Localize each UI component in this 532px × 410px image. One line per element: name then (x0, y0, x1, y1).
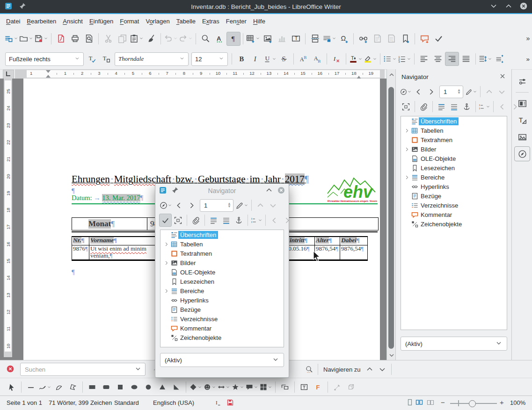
insert-textbox-button[interactable]: T (289, 32, 303, 46)
search-combo[interactable] (20, 363, 146, 376)
table-data-cell[interactable]: Ut wisi enim ad minim veniam,¶ (89, 245, 164, 260)
symbol-shapes-button[interactable] (203, 380, 217, 394)
italic-button[interactable]: I (248, 52, 262, 66)
floating-navigator-dialog[interactable]: Navigator 1▲▼ II ÜberschriftenTabellenTe… (155, 183, 289, 378)
insert-footnote-button[interactable]: 1 (370, 32, 384, 46)
spelling-button[interactable]: A (212, 32, 226, 46)
float-navigator-tree-item-verzeichnisse[interactable]: Verzeichnisse (160, 314, 284, 324)
dropdown-arrow-icon[interactable] (211, 384, 216, 391)
paragraph-spacing-button[interactable] (493, 52, 507, 66)
subscript-button[interactable]: AB (310, 52, 324, 66)
menu-hilfe[interactable]: Hilfe (250, 15, 269, 27)
table-header-cell[interactable]: Alter¶ (315, 237, 340, 245)
titlebar[interactable]: Inventar.odb : Bericht_Jub_beides - Libr… (0, 0, 532, 13)
align-left-button[interactable] (417, 52, 431, 66)
dropdown-arrow-icon[interactable] (407, 88, 412, 95)
dock-navigator-tree-item-hyperlinks[interactable]: Hyperlinks (401, 182, 507, 191)
square-button[interactable] (113, 380, 127, 394)
align-center-button[interactable] (431, 52, 445, 66)
table-header-cell[interactable]: Nr.¶ (72, 237, 89, 245)
dock-navigator-heading-levels-button[interactable]: II (478, 100, 491, 113)
book-view-button[interactable] (427, 399, 434, 408)
circle-button[interactable] (141, 380, 155, 394)
float-navigator-demote-chapter-button[interactable] (281, 214, 293, 227)
float-navigator-tree-item-hyperlinks[interactable]: Hyperlinks (160, 295, 284, 305)
dock-active-document-combo[interactable]: (Aktiv) (401, 337, 507, 351)
sidebar-tab-navigator[interactable] (514, 146, 530, 161)
insert-line-button[interactable] (24, 380, 38, 394)
float-navigator-tree-item-berschriften[interactable]: Überschriften (160, 230, 284, 239)
dropdown-arrow-icon[interactable] (358, 56, 363, 63)
insert-mode-icon[interactable]: I (214, 399, 222, 408)
insert-hyperlink-button[interactable] (356, 32, 370, 46)
menu-bearbeiten[interactable]: Bearbeiten (23, 15, 59, 27)
rectangle-button[interactable] (85, 380, 99, 394)
dropdown-arrow-icon[interactable] (392, 56, 397, 63)
star-shapes-button[interactable] (231, 380, 245, 394)
dock-navigator-move-down-button[interactable] (496, 85, 508, 98)
dock-navigator-tree-item-tabellen[interactable]: Tabellen (401, 126, 507, 135)
dropdown-arrow-icon[interactable] (268, 384, 272, 391)
float-navigator-content-view-toggle-button[interactable] (159, 214, 172, 227)
table-data-cell[interactable]: 9876,54¶ (315, 245, 340, 260)
dialog-close-icon[interactable] (277, 187, 285, 195)
line-spacing-button[interactable] (478, 52, 493, 66)
insert-bookmark-button[interactable] (398, 32, 412, 46)
insert-frame-button[interactable] (278, 380, 292, 394)
datum-line[interactable]: Datum: → 13. Mar. 2017¶ (72, 194, 143, 202)
sidebar-tab-gallery[interactable] (514, 129, 530, 144)
polygon-button[interactable] (66, 380, 80, 394)
freeform-line-button[interactable] (38, 380, 52, 394)
float-navigator-tree-item-bereiche[interactable]: Bereiche (160, 286, 284, 295)
float-navigator-toggle-master-view-button[interactable] (172, 214, 184, 227)
float-navigator-tree-item-textrahmen[interactable]: Textrahmen (160, 249, 284, 258)
dock-navigator-anchor-text-toggle-button[interactable] (460, 100, 473, 113)
float-navigator-footer-toggle-button[interactable] (220, 214, 233, 227)
dropdown-arrow-icon[interactable] (29, 35, 33, 42)
dock-navigator-next-entry-button[interactable] (425, 85, 437, 98)
new-style-button[interactable]: T (99, 52, 113, 66)
menu-ansicht[interactable]: Ansicht (59, 15, 86, 27)
insert-comment-button[interactable] (417, 32, 431, 46)
fontwork-button[interactable]: F (311, 380, 325, 394)
sidebar-tab-styles[interactable]: T (514, 113, 530, 128)
insert-endnote-button[interactable]: i (384, 32, 398, 46)
formatting-overflow-button[interactable]: » (522, 52, 532, 66)
dock-navigator-tree-item-verzeichnisse[interactable]: Verzeichnisse (401, 201, 507, 210)
dock-navigator-tree-item-bilder[interactable]: Bilder (401, 144, 507, 154)
menu-vorlagen[interactable]: Vorlagen (142, 15, 173, 27)
dock-navigator-toggle-master-view-button[interactable] (400, 100, 412, 113)
callout-shapes-button[interactable] (245, 380, 259, 394)
float-navigator-tree-item-tabellen[interactable]: Tabellen (160, 239, 284, 249)
flowchart-shapes-button[interactable] (259, 380, 273, 394)
first-line-indent-marker[interactable] (46, 70, 51, 79)
search-input[interactable] (24, 366, 119, 374)
zoom-in-button[interactable]: + (500, 398, 504, 406)
insert-textbox-draw-button[interactable] (297, 380, 311, 394)
clone-formatting-button[interactable] (144, 32, 158, 46)
dock-navigator-promote-chapter-button[interactable] (496, 100, 509, 113)
dropdown-arrow-icon[interactable] (197, 384, 202, 391)
menu-tabelle[interactable]: Tabelle (173, 15, 199, 27)
expander-icon[interactable] (403, 128, 410, 133)
float-navigator-edit-entry-button[interactable] (235, 199, 249, 212)
float-navigator-tree-item-lesezeichen[interactable]: Lesezeichen (160, 277, 284, 286)
expander-icon[interactable] (162, 260, 170, 266)
sidebar-tab-properties[interactable] (514, 74, 530, 89)
dropdown-arrow-icon[interactable] (258, 217, 262, 224)
dock-navigator-tree-item-textrahmen[interactable]: Textrahmen (401, 135, 507, 144)
dropdown-arrow-icon[interactable] (244, 202, 248, 209)
select-button[interactable] (5, 380, 19, 394)
undo-button[interactable] (163, 32, 178, 46)
sidebar-tab-page[interactable] (514, 96, 530, 111)
float-navigator-tree-item-kommentar[interactable]: Kommentar (160, 324, 284, 333)
dock-navigator-tree-item-bereiche[interactable]: Bereiche (401, 173, 507, 182)
status-word-count[interactable]: 71 Wörter, 399 Zeichen (49, 399, 112, 406)
dropdown-arrow-icon[interactable] (473, 88, 477, 95)
float-navigator-set-reminder-button[interactable] (189, 214, 202, 227)
close-button[interactable] (520, 2, 527, 11)
expander-icon[interactable] (403, 175, 410, 180)
dropdown-arrow-icon[interactable] (44, 35, 48, 42)
float-navigator-tree-item-zeichenobjekte[interactable]: Zeichenobjekte (160, 333, 284, 342)
insert-table-button[interactable] (246, 32, 261, 46)
